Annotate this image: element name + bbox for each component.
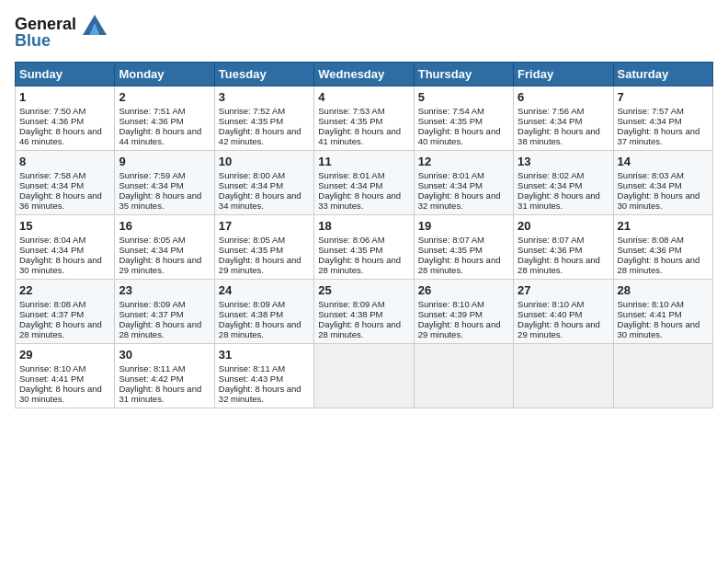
- day-number: 29: [19, 348, 110, 362]
- sunrise-label: Sunrise: 8:09 AM: [219, 299, 285, 309]
- daylight-label: Daylight: 8 hours and 44 minutes.: [119, 126, 201, 146]
- col-header-saturday: Saturday: [613, 63, 712, 86]
- day-cell-7: 7Sunrise: 7:57 AMSunset: 4:34 PMDaylight…: [613, 86, 712, 151]
- sunset-label: Sunset: 4:40 PM: [518, 309, 582, 319]
- day-number: 30: [119, 348, 210, 362]
- sunset-label: Sunset: 4:34 PM: [219, 180, 283, 190]
- day-cell-26: 26Sunrise: 8:10 AMSunset: 4:39 PMDayligh…: [414, 280, 513, 344]
- daylight-label: Daylight: 8 hours and 29 minutes.: [119, 255, 201, 275]
- day-number: 9: [119, 155, 210, 168]
- daylight-label: Daylight: 8 hours and 31 minutes.: [518, 190, 600, 211]
- daylight-label: Daylight: 8 hours and 46 minutes.: [19, 126, 102, 146]
- sunrise-label: Sunrise: 8:07 AM: [518, 235, 584, 245]
- day-cell-30: 30Sunrise: 8:11 AMSunset: 4:42 PMDayligh…: [115, 344, 214, 408]
- day-number: 27: [518, 283, 609, 297]
- day-number: 10: [219, 155, 310, 168]
- sunset-label: Sunset: 4:38 PM: [318, 309, 382, 319]
- sunset-label: Sunset: 4:36 PM: [518, 245, 582, 255]
- day-cell-29: 29Sunrise: 8:10 AMSunset: 4:41 PMDayligh…: [16, 344, 115, 408]
- day-number: 15: [19, 219, 110, 233]
- daylight-label: Daylight: 8 hours and 35 minutes.: [119, 190, 201, 211]
- daylight-label: Daylight: 8 hours and 31 minutes.: [119, 384, 201, 404]
- daylight-label: Daylight: 8 hours and 40 minutes.: [418, 126, 501, 146]
- daylight-label: Daylight: 8 hours and 32 minutes.: [418, 190, 501, 211]
- daylight-label: Daylight: 8 hours and 34 minutes.: [219, 190, 301, 211]
- sunrise-label: Sunrise: 7:54 AM: [418, 106, 484, 116]
- sunset-label: Sunset: 4:36 PM: [19, 116, 84, 126]
- week-row-5: 29Sunrise: 8:10 AMSunset: 4:41 PMDayligh…: [16, 344, 713, 408]
- page-container: General Blue SundayMondayTuesdayWednesda…: [0, 0, 728, 416]
- daylight-label: Daylight: 8 hours and 28 minutes.: [119, 319, 201, 339]
- day-cell-9: 9Sunrise: 7:59 AMSunset: 4:34 PMDaylight…: [115, 151, 214, 215]
- day-cell-8: 8Sunrise: 7:58 AMSunset: 4:34 PMDaylight…: [16, 151, 115, 215]
- daylight-label: Daylight: 8 hours and 29 minutes.: [418, 319, 501, 339]
- daylight-label: Daylight: 8 hours and 32 minutes.: [219, 384, 301, 404]
- day-number: 8: [19, 155, 110, 168]
- day-cell-1: 1Sunrise: 7:50 AMSunset: 4:36 PMDaylight…: [16, 86, 115, 151]
- day-number: 18: [318, 219, 409, 233]
- sunset-label: Sunset: 4:39 PM: [418, 309, 483, 319]
- sunrise-label: Sunrise: 8:11 AM: [119, 363, 185, 373]
- daylight-label: Daylight: 8 hours and 36 minutes.: [19, 190, 102, 211]
- day-cell-25: 25Sunrise: 8:09 AMSunset: 4:38 PMDayligh…: [314, 280, 414, 344]
- sunrise-label: Sunrise: 7:50 AM: [19, 106, 85, 116]
- day-number: 26: [418, 283, 509, 297]
- day-cell-22: 22Sunrise: 8:08 AMSunset: 4:37 PMDayligh…: [16, 280, 115, 344]
- day-number: 25: [318, 283, 409, 297]
- sunset-label: Sunset: 4:36 PM: [119, 116, 183, 126]
- header-row: SundayMondayTuesdayWednesdayThursdayFrid…: [16, 63, 713, 86]
- daylight-label: Daylight: 8 hours and 28 minutes.: [19, 319, 102, 339]
- day-number: 22: [19, 283, 110, 297]
- sunset-label: Sunset: 4:34 PM: [318, 180, 382, 190]
- daylight-label: Daylight: 8 hours and 28 minutes.: [518, 255, 600, 275]
- day-number: 5: [418, 90, 509, 104]
- sunset-label: Sunset: 4:37 PM: [119, 309, 183, 319]
- sunset-label: Sunset: 4:34 PM: [618, 116, 682, 126]
- day-cell-23: 23Sunrise: 8:09 AMSunset: 4:37 PMDayligh…: [115, 280, 214, 344]
- sunrise-label: Sunrise: 8:10 AM: [618, 299, 684, 309]
- daylight-label: Daylight: 8 hours and 29 minutes.: [518, 319, 600, 339]
- col-header-tuesday: Tuesday: [214, 63, 313, 86]
- sunrise-label: Sunrise: 8:01 AM: [418, 170, 484, 180]
- sunset-label: Sunset: 4:42 PM: [119, 373, 183, 384]
- sunset-label: Sunset: 4:37 PM: [19, 309, 84, 319]
- daylight-label: Daylight: 8 hours and 28 minutes.: [418, 255, 501, 275]
- day-number: 7: [618, 90, 709, 104]
- day-cell-15: 15Sunrise: 8:04 AMSunset: 4:34 PMDayligh…: [16, 215, 115, 280]
- day-number: 20: [518, 219, 609, 233]
- sunrise-label: Sunrise: 7:52 AM: [219, 106, 285, 116]
- week-row-1: 1Sunrise: 7:50 AMSunset: 4:36 PMDaylight…: [16, 86, 713, 151]
- sunset-label: Sunset: 4:34 PM: [418, 180, 483, 190]
- day-number: 24: [219, 283, 310, 297]
- day-cell-14: 14Sunrise: 8:03 AMSunset: 4:34 PMDayligh…: [613, 151, 712, 215]
- day-number: 11: [318, 155, 409, 168]
- daylight-label: Daylight: 8 hours and 28 minutes.: [219, 319, 301, 339]
- daylight-label: Daylight: 8 hours and 28 minutes.: [318, 255, 401, 275]
- day-number: 3: [219, 90, 310, 104]
- day-number: 23: [119, 283, 210, 297]
- sunrise-label: Sunrise: 7:53 AM: [318, 106, 384, 116]
- sunrise-label: Sunrise: 8:05 AM: [219, 235, 285, 245]
- sunrise-label: Sunrise: 8:10 AM: [518, 299, 584, 309]
- day-number: 16: [119, 219, 210, 233]
- sunrise-label: Sunrise: 8:01 AM: [318, 170, 384, 180]
- day-number: 14: [618, 155, 709, 168]
- day-cell-11: 11Sunrise: 8:01 AMSunset: 4:34 PMDayligh…: [314, 151, 414, 215]
- header: General Blue: [15, 15, 713, 51]
- sunset-label: Sunset: 4:35 PM: [418, 116, 483, 126]
- col-header-sunday: Sunday: [16, 63, 115, 86]
- day-cell-21: 21Sunrise: 8:08 AMSunset: 4:36 PMDayligh…: [613, 215, 712, 280]
- day-cell-12: 12Sunrise: 8:01 AMSunset: 4:34 PMDayligh…: [414, 151, 513, 215]
- sunrise-label: Sunrise: 8:09 AM: [119, 299, 185, 309]
- daylight-label: Daylight: 8 hours and 33 minutes.: [318, 190, 401, 211]
- sunrise-label: Sunrise: 8:10 AM: [19, 363, 85, 373]
- sunset-label: Sunset: 4:35 PM: [318, 245, 382, 255]
- day-cell-13: 13Sunrise: 8:02 AMSunset: 4:34 PMDayligh…: [514, 151, 613, 215]
- day-number: 1: [19, 90, 110, 104]
- sunrise-label: Sunrise: 8:11 AM: [219, 363, 285, 373]
- daylight-label: Daylight: 8 hours and 30 minutes.: [618, 190, 700, 211]
- day-cell-2: 2Sunrise: 7:51 AMSunset: 4:36 PMDaylight…: [115, 86, 214, 151]
- day-cell-19: 19Sunrise: 8:07 AMSunset: 4:35 PMDayligh…: [414, 215, 513, 280]
- calendar-table: SundayMondayTuesdayWednesdayThursdayFrid…: [15, 62, 713, 408]
- day-cell-20: 20Sunrise: 8:07 AMSunset: 4:36 PMDayligh…: [514, 215, 613, 280]
